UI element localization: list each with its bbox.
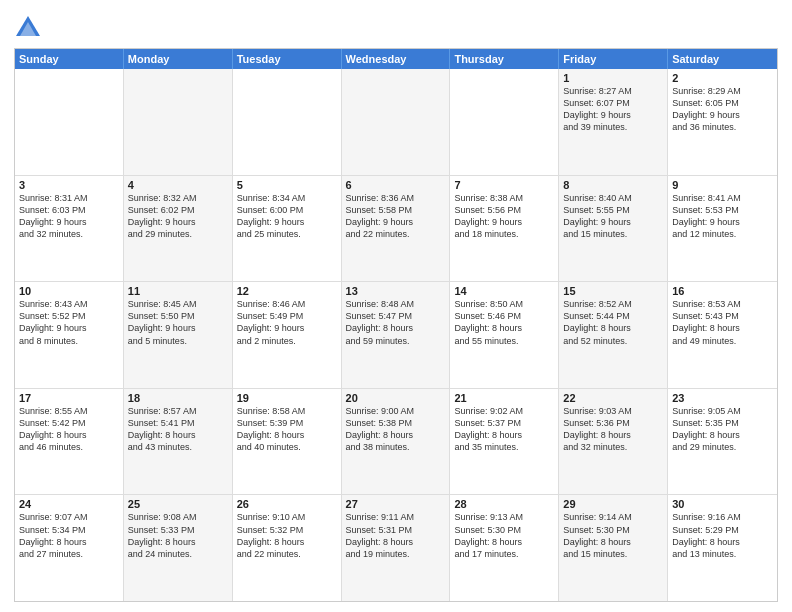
day-number: 23 xyxy=(672,392,773,404)
cell-line: Sunrise: 9:14 AM xyxy=(563,511,663,523)
cell-line: Sunrise: 8:55 AM xyxy=(19,405,119,417)
day-number: 12 xyxy=(237,285,337,297)
cell-line: Sunset: 5:37 PM xyxy=(454,417,554,429)
cal-cell-6: 6Sunrise: 8:36 AMSunset: 5:58 PMDaylight… xyxy=(342,176,451,282)
cell-line: Daylight: 8 hours xyxy=(672,429,773,441)
day-number: 16 xyxy=(672,285,773,297)
day-number: 14 xyxy=(454,285,554,297)
cell-line: Daylight: 8 hours xyxy=(672,322,773,334)
cell-line: Sunset: 5:52 PM xyxy=(19,310,119,322)
day-number: 10 xyxy=(19,285,119,297)
day-number: 22 xyxy=(563,392,663,404)
cal-cell-12: 12Sunrise: 8:46 AMSunset: 5:49 PMDayligh… xyxy=(233,282,342,388)
cal-cell-10: 10Sunrise: 8:43 AMSunset: 5:52 PMDayligh… xyxy=(15,282,124,388)
cal-cell-19: 19Sunrise: 8:58 AMSunset: 5:39 PMDayligh… xyxy=(233,389,342,495)
cell-line: Daylight: 9 hours xyxy=(454,216,554,228)
cell-line: and 52 minutes. xyxy=(563,335,663,347)
cell-line: and 32 minutes. xyxy=(19,228,119,240)
cal-cell-26: 26Sunrise: 9:10 AMSunset: 5:32 PMDayligh… xyxy=(233,495,342,601)
calendar: SundayMondayTuesdayWednesdayThursdayFrid… xyxy=(14,48,778,602)
day-number: 11 xyxy=(128,285,228,297)
cell-line: Sunset: 5:32 PM xyxy=(237,524,337,536)
day-number: 15 xyxy=(563,285,663,297)
cell-line: and 15 minutes. xyxy=(563,228,663,240)
cell-line: Sunrise: 8:52 AM xyxy=(563,298,663,310)
cell-line: and 43 minutes. xyxy=(128,441,228,453)
cell-line: Sunset: 5:31 PM xyxy=(346,524,446,536)
cell-line: and 39 minutes. xyxy=(563,121,663,133)
cell-line: Sunset: 5:36 PM xyxy=(563,417,663,429)
day-number: 17 xyxy=(19,392,119,404)
cell-line: Daylight: 9 hours xyxy=(346,216,446,228)
cell-line: and 15 minutes. xyxy=(563,548,663,560)
cell-line: Daylight: 8 hours xyxy=(237,536,337,548)
cal-cell-2: 2Sunrise: 8:29 AMSunset: 6:05 PMDaylight… xyxy=(668,69,777,175)
cell-line: and 22 minutes. xyxy=(237,548,337,560)
calendar-row-1: 3Sunrise: 8:31 AMSunset: 6:03 PMDaylight… xyxy=(15,175,777,282)
header-day-thursday: Thursday xyxy=(450,49,559,69)
cal-cell-11: 11Sunrise: 8:45 AMSunset: 5:50 PMDayligh… xyxy=(124,282,233,388)
cal-cell-5: 5Sunrise: 8:34 AMSunset: 6:00 PMDaylight… xyxy=(233,176,342,282)
cell-line: Daylight: 8 hours xyxy=(128,429,228,441)
cell-line: Sunrise: 8:27 AM xyxy=(563,85,663,97)
cal-cell-20: 20Sunrise: 9:00 AMSunset: 5:38 PMDayligh… xyxy=(342,389,451,495)
cell-line: Daylight: 9 hours xyxy=(563,216,663,228)
cell-line: Daylight: 8 hours xyxy=(454,322,554,334)
cal-cell-25: 25Sunrise: 9:08 AMSunset: 5:33 PMDayligh… xyxy=(124,495,233,601)
cell-line: and 46 minutes. xyxy=(19,441,119,453)
cell-line: Sunset: 5:38 PM xyxy=(346,417,446,429)
cell-line: Daylight: 8 hours xyxy=(454,536,554,548)
cell-line: Sunrise: 9:16 AM xyxy=(672,511,773,523)
cell-line: Daylight: 8 hours xyxy=(563,536,663,548)
header xyxy=(14,10,778,42)
cell-line: Daylight: 8 hours xyxy=(128,536,228,548)
day-number: 29 xyxy=(563,498,663,510)
cell-line: Sunrise: 8:48 AM xyxy=(346,298,446,310)
day-number: 27 xyxy=(346,498,446,510)
cal-cell-13: 13Sunrise: 8:48 AMSunset: 5:47 PMDayligh… xyxy=(342,282,451,388)
day-number: 13 xyxy=(346,285,446,297)
cal-cell-17: 17Sunrise: 8:55 AMSunset: 5:42 PMDayligh… xyxy=(15,389,124,495)
cell-line: Sunset: 5:55 PM xyxy=(563,204,663,216)
cell-line: Sunrise: 9:05 AM xyxy=(672,405,773,417)
cell-line: Sunrise: 8:57 AM xyxy=(128,405,228,417)
day-number: 5 xyxy=(237,179,337,191)
cell-line: Sunrise: 8:45 AM xyxy=(128,298,228,310)
cell-line: Sunrise: 8:40 AM xyxy=(563,192,663,204)
day-number: 28 xyxy=(454,498,554,510)
cell-line: Daylight: 8 hours xyxy=(672,536,773,548)
cell-line: Sunset: 5:42 PM xyxy=(19,417,119,429)
cell-line: Sunrise: 8:50 AM xyxy=(454,298,554,310)
calendar-header: SundayMondayTuesdayWednesdayThursdayFrid… xyxy=(15,49,777,69)
cell-line: Sunset: 5:47 PM xyxy=(346,310,446,322)
cell-line: and 59 minutes. xyxy=(346,335,446,347)
cal-cell-24: 24Sunrise: 9:07 AMSunset: 5:34 PMDayligh… xyxy=(15,495,124,601)
cell-line: Sunset: 5:50 PM xyxy=(128,310,228,322)
cell-line: Sunset: 6:07 PM xyxy=(563,97,663,109)
day-number: 4 xyxy=(128,179,228,191)
cell-line: Daylight: 9 hours xyxy=(672,216,773,228)
cell-line: Sunrise: 9:03 AM xyxy=(563,405,663,417)
cal-cell-empty-0-0 xyxy=(15,69,124,175)
header-day-saturday: Saturday xyxy=(668,49,777,69)
cell-line: and 49 minutes. xyxy=(672,335,773,347)
cell-line: Daylight: 9 hours xyxy=(237,216,337,228)
cell-line: and 55 minutes. xyxy=(454,335,554,347)
cell-line: Sunrise: 9:13 AM xyxy=(454,511,554,523)
cell-line: and 25 minutes. xyxy=(237,228,337,240)
cal-cell-1: 1Sunrise: 8:27 AMSunset: 6:07 PMDaylight… xyxy=(559,69,668,175)
cal-cell-27: 27Sunrise: 9:11 AMSunset: 5:31 PMDayligh… xyxy=(342,495,451,601)
cell-line: Sunrise: 8:46 AM xyxy=(237,298,337,310)
cell-line: Sunset: 5:33 PM xyxy=(128,524,228,536)
day-number: 25 xyxy=(128,498,228,510)
cell-line: and 24 minutes. xyxy=(128,548,228,560)
calendar-row-0: 1Sunrise: 8:27 AMSunset: 6:07 PMDaylight… xyxy=(15,69,777,175)
header-day-monday: Monday xyxy=(124,49,233,69)
day-number: 8 xyxy=(563,179,663,191)
day-number: 2 xyxy=(672,72,773,84)
cell-line: and 29 minutes. xyxy=(672,441,773,453)
day-number: 9 xyxy=(672,179,773,191)
cell-line: and 40 minutes. xyxy=(237,441,337,453)
cell-line: Daylight: 9 hours xyxy=(128,216,228,228)
cell-line: Sunrise: 8:53 AM xyxy=(672,298,773,310)
